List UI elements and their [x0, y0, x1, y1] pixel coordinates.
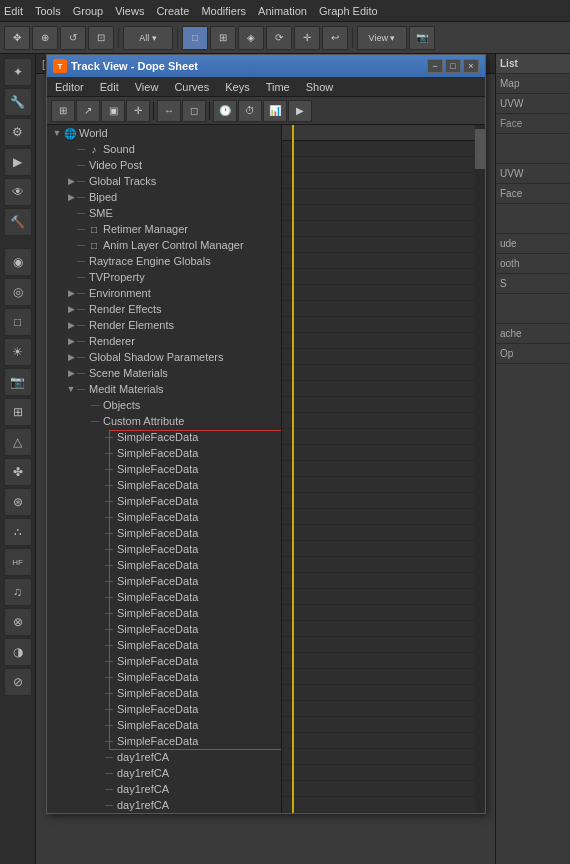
transform-btn[interactable]: ✛: [294, 26, 320, 50]
minimize-button[interactable]: −: [427, 59, 443, 73]
dialog-menu-time[interactable]: Time: [262, 81, 294, 93]
tree-item-render_effects[interactable]: ▶Render Effects: [47, 301, 281, 317]
tree-item-global_shadow[interactable]: ▶Global Shadow Parameters: [47, 349, 281, 365]
dialog-scrollbar[interactable]: [475, 125, 485, 813]
tree-item-sfd_11[interactable]: SimpleFaceData: [47, 589, 281, 605]
material-icon[interactable]: ◎: [4, 278, 32, 306]
tree-item-video_post[interactable]: Video Post: [47, 157, 281, 173]
tree-item-sfd_10[interactable]: SimpleFaceData: [47, 573, 281, 589]
tree-item-world[interactable]: ▼🌐World: [47, 125, 281, 141]
dtool-move[interactable]: ✛: [126, 100, 150, 122]
tree-item-render_elements[interactable]: ▶Render Elements: [47, 317, 281, 333]
dtool-keys[interactable]: ⊞: [51, 100, 75, 122]
grid-icon[interactable]: ⊞: [4, 398, 32, 426]
tree-item-scene_materials[interactable]: ▶Scene Materials: [47, 365, 281, 381]
tree-item-custom_attr[interactable]: Custom Attribute: [47, 413, 281, 429]
particle-icon[interactable]: ∴: [4, 518, 32, 546]
map-icon[interactable]: □: [4, 308, 32, 336]
tree-item-sfd_18[interactable]: SimpleFaceData: [47, 701, 281, 717]
menu-modifiers[interactable]: Modifiers: [201, 5, 246, 17]
tree-item-day1ref_2[interactable]: day1refCA: [47, 765, 281, 781]
restore-button[interactable]: □: [445, 59, 461, 73]
tree-item-sfd_20[interactable]: SimpleFaceData: [47, 733, 281, 749]
timeline-panel[interactable]: [282, 125, 475, 813]
tree-panel[interactable]: ▼🌐World♪SoundVideo Post▶Global Tracks▶Bi…: [47, 125, 282, 813]
hf-icon[interactable]: HF: [4, 548, 32, 576]
tree-item-sfd_13[interactable]: SimpleFaceData: [47, 621, 281, 637]
dtool-clock[interactable]: 🕐: [213, 100, 237, 122]
rotate-tool-btn[interactable]: ↺: [60, 26, 86, 50]
tree-item-sfd_7[interactable]: SimpleFaceData: [47, 525, 281, 541]
tree-item-medit_materials[interactable]: ▼Medit Materials: [47, 381, 281, 397]
tree-item-sfd_5[interactable]: SimpleFaceData: [47, 493, 281, 509]
tree-item-sfd_16[interactable]: SimpleFaceData: [47, 669, 281, 685]
tree-item-sfd_8[interactable]: SimpleFaceData: [47, 541, 281, 557]
dialog-menu-keys[interactable]: Keys: [221, 81, 253, 93]
dtool-curve[interactable]: ↗: [76, 100, 100, 122]
move-tool-btn[interactable]: ⊕: [32, 26, 58, 50]
undo-btn[interactable]: ↩: [322, 26, 348, 50]
tree-item-day1ref_4[interactable]: day1refCA: [47, 797, 281, 813]
menu-tools[interactable]: Tools: [35, 5, 61, 17]
menu-group[interactable]: Group: [73, 5, 104, 17]
fence-btn[interactable]: ◈: [238, 26, 264, 50]
dtool-region[interactable]: ◻: [182, 100, 206, 122]
tree-item-anim_layer[interactable]: □Anim Layer Control Manager: [47, 237, 281, 253]
dtool-play[interactable]: ▶: [288, 100, 312, 122]
select-btn[interactable]: □: [182, 26, 208, 50]
menu-graph-editor[interactable]: Graph Edito: [319, 5, 378, 17]
schematic-icon[interactable]: ⊗: [4, 608, 32, 636]
lasso-btn[interactable]: ⟳: [266, 26, 292, 50]
tree-item-global_tracks[interactable]: ▶Global Tracks: [47, 173, 281, 189]
camera-btn[interactable]: 📷: [409, 26, 435, 50]
tree-item-sfd_17[interactable]: SimpleFaceData: [47, 685, 281, 701]
tree-item-biped[interactable]: ▶Biped: [47, 189, 281, 205]
tree-item-day1ref_1[interactable]: day1refCA: [47, 749, 281, 765]
create-icon[interactable]: ✦: [4, 58, 32, 86]
tree-item-sfd_2[interactable]: SimpleFaceData: [47, 445, 281, 461]
tree-item-sme[interactable]: SME: [47, 205, 281, 221]
hierarchy-icon[interactable]: ⚙: [4, 118, 32, 146]
render-icon[interactable]: ◉: [4, 248, 32, 276]
tree-item-environment[interactable]: ▶Environment: [47, 285, 281, 301]
mini-icon[interactable]: ⊘: [4, 668, 32, 696]
color-icon[interactable]: ◑: [4, 638, 32, 666]
region-btn[interactable]: ⊞: [210, 26, 236, 50]
scale-tool-btn[interactable]: ⊡: [88, 26, 114, 50]
menu-animation[interactable]: Animation: [258, 5, 307, 17]
dialog-menu-curves[interactable]: Curves: [170, 81, 213, 93]
tree-item-tvproperty[interactable]: TVProperty: [47, 269, 281, 285]
display-icon[interactable]: 👁: [4, 178, 32, 206]
track-icon[interactable]: ♫: [4, 578, 32, 606]
tree-item-sfd_9[interactable]: SimpleFaceData: [47, 557, 281, 573]
dialog-menu-view[interactable]: View: [131, 81, 163, 93]
menu-edit[interactable]: Edit: [4, 5, 23, 17]
tree-item-sfd_1[interactable]: SimpleFaceData: [47, 429, 281, 445]
select-tool-btn[interactable]: ✥: [4, 26, 30, 50]
tree-item-sfd_15[interactable]: SimpleFaceData: [47, 653, 281, 669]
all-dropdown[interactable]: All ▾: [123, 26, 173, 50]
dialog-menu-editor[interactable]: Editor: [51, 81, 88, 93]
tree-item-sound[interactable]: ♪Sound: [47, 141, 281, 157]
menu-views[interactable]: Views: [115, 5, 144, 17]
motion-icon[interactable]: ▶: [4, 148, 32, 176]
tree-item-day1ref_3[interactable]: day1refCA: [47, 781, 281, 797]
modify-icon[interactable]: 🔧: [4, 88, 32, 116]
tree-item-retimer_manager[interactable]: □Retimer Manager: [47, 221, 281, 237]
dialog-menu-show[interactable]: Show: [302, 81, 338, 93]
tree-item-sfd_12[interactable]: SimpleFaceData: [47, 605, 281, 621]
dtool-clock2[interactable]: ⏱: [238, 100, 262, 122]
tree-item-sfd_14[interactable]: SimpleFaceData: [47, 637, 281, 653]
close-button[interactable]: ×: [463, 59, 479, 73]
view-dropdown[interactable]: View ▾: [357, 26, 407, 50]
tree-item-objects[interactable]: Objects: [47, 397, 281, 413]
dtool-filter[interactable]: ▣: [101, 100, 125, 122]
dialog-titlebar[interactable]: T Track View - Dope Sheet − □ ×: [47, 55, 485, 77]
tree-item-sfd_4[interactable]: SimpleFaceData: [47, 477, 281, 493]
shape-icon[interactable]: △: [4, 428, 32, 456]
helper-icon[interactable]: ✤: [4, 458, 32, 486]
light-icon[interactable]: ☀: [4, 338, 32, 366]
menu-create[interactable]: Create: [156, 5, 189, 17]
tree-item-sfd_3[interactable]: SimpleFaceData: [47, 461, 281, 477]
dtool-slide[interactable]: ↔: [157, 100, 181, 122]
